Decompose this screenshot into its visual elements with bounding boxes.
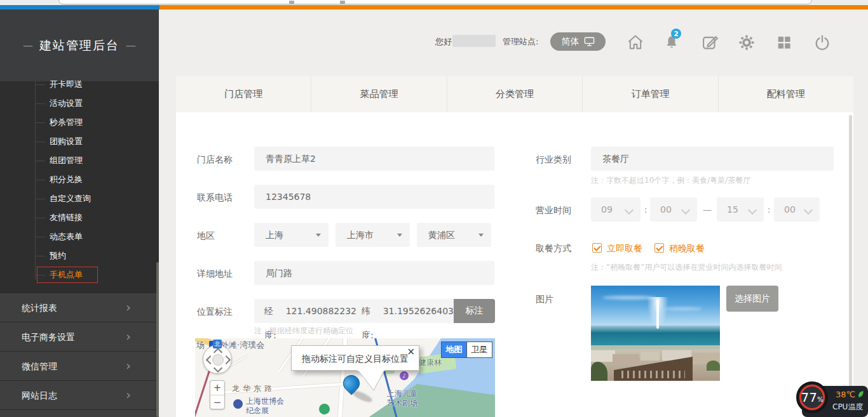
close-icon[interactable]: ×: [407, 347, 415, 357]
photo-cloud: [664, 307, 702, 310]
store-name-label: 门店名称: [197, 154, 233, 165]
park-poi-icon: [319, 404, 330, 414]
region-label: 地区: [197, 230, 215, 241]
sidebar-item-seckill[interactable]: 秒杀管理: [0, 117, 159, 128]
sidebar-item-card-gift[interactable]: 开卡即送: [0, 79, 159, 90]
phone-input[interactable]: 12345678: [254, 185, 494, 209]
open-hour-select[interactable]: 09: [591, 197, 641, 222]
chevron-right-icon: ›: [126, 322, 131, 350]
panel-scrollbar[interactable]: [849, 115, 852, 417]
apps-grid-icon[interactable]: [775, 33, 793, 52]
zoom-out-button[interactable]: −: [210, 395, 224, 409]
sidebar-group-ecommerce[interactable]: 电子商务设置›: [0, 322, 159, 351]
lat-label: 纬度:: [362, 299, 378, 323]
store-name-input[interactable]: 青青原上草2: [254, 147, 494, 171]
map-road-crimson: [195, 369, 211, 417]
map-canvas[interactable]: 场 外滩·湾璞会 龙华东路 上海世博会纪念展 上海儿童艺术剧场 健康林 ♪ 拖动…: [195, 338, 495, 417]
map-type-satellite-button[interactable]: 卫星: [467, 341, 492, 358]
greeting-text: 您好: [435, 36, 452, 48]
cpu-temp-label: CPU温度: [832, 402, 863, 413]
mark-location-button[interactable]: 标注: [454, 299, 495, 323]
choose-image-button[interactable]: 选择图片: [726, 286, 778, 312]
close-minute-select[interactable]: 00: [774, 197, 820, 222]
music-poi-icon: ♪: [400, 371, 409, 380]
open-minute-select[interactable]: 00: [650, 197, 697, 222]
sidebar-group-site-log[interactable]: 网站日志›: [0, 380, 159, 409]
cpu-temp-row: 38℃: [836, 390, 864, 399]
sidebar-item-group[interactable]: 组团管理: [0, 155, 159, 166]
tab-order-management[interactable]: 订单管理: [582, 76, 717, 112]
monitor-icon: [584, 37, 595, 46]
lat-value: 31.1952626403: [383, 299, 454, 323]
notification-badge: 2: [671, 29, 681, 39]
close-hour-select[interactable]: 15: [717, 197, 764, 222]
map-label-partial: 场: [196, 340, 205, 351]
browser-icon[interactable]: [289, 1, 294, 4]
tree-tick: [35, 218, 45, 218]
lng-value: 121.490882232: [286, 299, 356, 323]
sidebar-group-wechat[interactable]: 微信管理›: [0, 351, 159, 380]
tree-tick: [35, 84, 45, 85]
active-item-highlight-box: [37, 267, 98, 283]
industry-input[interactable]: 茶餐厅: [591, 147, 834, 171]
map-zoom-control[interactable]: + −: [210, 380, 225, 409]
pickup-later-label: 稍晚取餐: [669, 243, 705, 253]
tab-dish-management[interactable]: 菜品管理: [311, 76, 446, 112]
pickup-now-checkbox[interactable]: [592, 243, 602, 253]
tree-tick: [35, 256, 45, 256]
pickup-label: 取餐方式: [536, 242, 571, 254]
tree-tick: [35, 142, 45, 142]
check-icon: [593, 244, 600, 251]
browser-toolbar-sliver: [0, 0, 868, 5]
zoom-in-button[interactable]: +: [210, 381, 224, 395]
title-dash: —: [126, 39, 136, 51]
sidebar-item-points[interactable]: 积分兑换: [0, 174, 159, 185]
location-readout: 经度: 121.490882232 纬度: 31.1952626403: [254, 299, 454, 323]
gear-settings-icon[interactable]: [738, 33, 756, 52]
map-type-toggle: 地图 卫星: [441, 341, 492, 358]
language-pill-button[interactable]: 简体: [550, 32, 606, 51]
title-dash: —: [23, 39, 33, 51]
cpu-usage-gauge: 77 %: [796, 381, 828, 413]
tree-tick: [35, 103, 45, 104]
tab-ingredient-management[interactable]: 配料管理: [718, 76, 853, 112]
home-icon[interactable]: [627, 33, 644, 52]
notification-bell-icon[interactable]: 2: [663, 34, 681, 53]
chevron-down-icon: [625, 206, 634, 215]
industry-note: 注：字数不超过10个字，例：美食/粤菜/茶餐厅: [591, 175, 750, 186]
tab-category-management[interactable]: 分类管理: [447, 76, 582, 112]
map-pan-control[interactable]: [203, 345, 232, 374]
lng-label: 经度:: [264, 299, 281, 323]
city-select[interactable]: 上海市: [336, 223, 410, 247]
sidebar-group-statistics[interactable]: 统计报表›: [0, 293, 159, 322]
sidebar-item-booking[interactable]: 预约: [0, 250, 159, 261]
gauge-ring: 77 %: [799, 385, 825, 410]
accent-bar-orange: [159, 5, 868, 10]
cpu-temp-value: 38℃: [836, 390, 855, 399]
sidebar-item-forms[interactable]: 动态表单: [0, 231, 159, 242]
browser-icon[interactable]: [340, 1, 345, 4]
hours-label: 营业时间: [536, 204, 571, 216]
leaf-icon: [857, 390, 864, 399]
district-select[interactable]: 黄浦区: [417, 223, 491, 247]
pan-center-knob[interactable]: [212, 354, 224, 366]
chevron-down-icon: [748, 206, 757, 215]
sidebar-item-groupbuy[interactable]: 团购设置: [0, 136, 159, 147]
tab-store-management[interactable]: 门店管理: [176, 76, 311, 112]
address-input[interactable]: 局门路: [254, 261, 494, 285]
industry-label: 行业类别: [536, 154, 571, 165]
sidebar-item-custom-query[interactable]: 自定义查询: [0, 193, 159, 204]
power-logout-icon[interactable]: [813, 33, 831, 52]
sidebar-item-links[interactable]: 友情链接: [0, 212, 159, 223]
chevron-down-icon: [681, 206, 690, 215]
sidebar-scrollbar[interactable]: [156, 262, 159, 417]
sidebar-item-activity[interactable]: 活动设置: [0, 98, 159, 109]
map-type-map-button[interactable]: 地图: [441, 341, 467, 358]
province-select[interactable]: 上海: [254, 223, 329, 247]
edit-compose-icon[interactable]: [701, 33, 719, 52]
app-title: 建站管理后台: [39, 37, 119, 54]
pickup-later-checkbox[interactable]: [654, 243, 664, 253]
photo-windows: [621, 371, 685, 378]
address-bar[interactable]: [58, 0, 812, 4]
sidebar-group-partial: [0, 409, 159, 417]
